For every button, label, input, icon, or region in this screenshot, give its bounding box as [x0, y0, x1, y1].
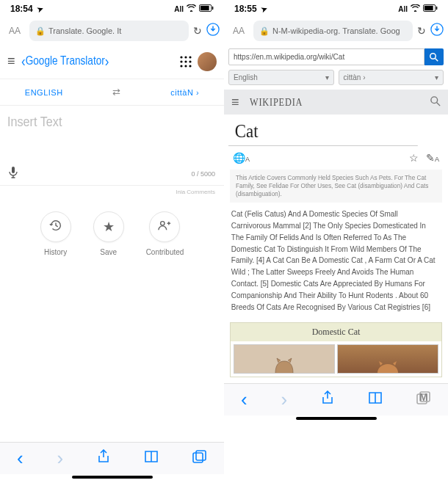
- comments-link[interactable]: Inia Comments: [0, 186, 224, 198]
- svg-rect-2: [212, 7, 214, 10]
- article-tools: 🌐A ☆ ✎A: [224, 149, 448, 167]
- svg-point-11: [184, 65, 187, 67]
- apps-grid-icon[interactable]: [180, 56, 192, 68]
- address-bar: AA 🔒 Translate. Google. It ↻: [0, 18, 224, 44]
- svg-point-12: [189, 65, 191, 67]
- download-button[interactable]: [206, 23, 220, 39]
- battery-icon: [423, 4, 438, 13]
- contributed-label: Contributed: [146, 248, 184, 256]
- translate-url-input[interactable]: https://en.m.wikipedia.org/wiki/Cat: [228, 48, 424, 65]
- status-network-text: All: [174, 5, 184, 13]
- wifi-icon: [187, 4, 196, 13]
- lock-icon: 🔒: [259, 26, 270, 36]
- svg-point-21: [430, 53, 436, 59]
- chevron-down-icon: ▾: [325, 73, 329, 81]
- status-time: 18:54: [10, 4, 33, 14]
- wikipedia-header: ≡ WikipediA: [224, 90, 448, 115]
- home-indicator[interactable]: [296, 417, 377, 420]
- source-lang-button[interactable]: ENGLISH: [25, 88, 63, 97]
- svg-rect-13: [12, 167, 15, 173]
- hatnote: This Article Covers Commonly Held Specie…: [230, 170, 442, 203]
- address-bar: AA 🔒 N-M-wikipedia-org. Translate. Goog …: [224, 18, 448, 44]
- phone-right: 18:55 ➤ All AA 🔒 N-M-wikipedia-org. Tran…: [224, 0, 448, 483]
- article-title: Cat: [228, 115, 418, 146]
- bookmarks-button[interactable]: [368, 391, 383, 408]
- status-network-text: All: [398, 5, 408, 13]
- svg-point-8: [184, 60, 187, 62]
- home-indicator[interactable]: [72, 476, 153, 479]
- status-bar: 18:54 ➤ All: [0, 0, 224, 18]
- bookmarks-button[interactable]: [144, 450, 159, 467]
- save-label: Save: [100, 248, 117, 256]
- char-count: 0 / 5000: [191, 170, 215, 178]
- svg-rect-15: [193, 453, 203, 462]
- history-button[interactable]: History: [40, 211, 71, 256]
- status-bar: 18:55 ➤ All: [224, 0, 448, 18]
- infobox-title: Domestic Cat: [231, 323, 441, 341]
- translate-go-button[interactable]: [424, 48, 444, 65]
- watch-star-icon[interactable]: ☆: [409, 152, 419, 164]
- text-size-button[interactable]: AA: [228, 26, 249, 36]
- infobox-images: [231, 341, 441, 377]
- hamburger-menu-icon[interactable]: ≡: [7, 54, 15, 69]
- refresh-button[interactable]: ↻: [193, 25, 202, 37]
- chevron-down-icon: ▾: [435, 73, 438, 81]
- phone-left: 18:54 ➤ All AA 🔒 Translate. Google. It ↻…: [0, 0, 224, 483]
- target-lang-button[interactable]: cittàN ›: [170, 88, 199, 97]
- hamburger-menu-icon[interactable]: ≡: [231, 95, 239, 110]
- location-icon: ➤: [260, 4, 268, 13]
- translate-icon[interactable]: 🌐A: [233, 152, 250, 164]
- target-lang-select[interactable]: cittàn ›▾: [339, 70, 444, 85]
- status-time: 18:55: [234, 4, 257, 14]
- tabs-button[interactable]: M: [416, 391, 431, 408]
- back-button[interactable]: ‹: [17, 447, 24, 470]
- swap-languages-button[interactable]: ⇄: [112, 87, 121, 98]
- avatar[interactable]: [198, 52, 217, 71]
- history-icon: [49, 219, 62, 236]
- download-button[interactable]: [430, 23, 444, 39]
- wiki-search-button[interactable]: [430, 96, 441, 109]
- url-text: Translate. Google. It: [48, 26, 121, 35]
- cat-image-1[interactable]: [234, 344, 335, 374]
- edit-icon[interactable]: ✎A: [426, 152, 439, 164]
- language-row: ENGLISH ⇄ cittàN ›: [0, 79, 224, 106]
- input-placeholder: Insert Text: [7, 115, 196, 130]
- history-label: History: [44, 248, 67, 256]
- url-text: N-M-wikipedia-org. Translate. Goog: [272, 26, 400, 35]
- people-icon: [158, 219, 171, 236]
- cat-image-2[interactable]: [337, 344, 438, 374]
- share-button[interactable]: [321, 391, 334, 409]
- url-field[interactable]: 🔒 Translate. Google. It: [29, 21, 189, 41]
- lock-icon: 🔒: [35, 26, 46, 36]
- wifi-icon: [411, 4, 420, 13]
- svg-point-6: [189, 56, 191, 58]
- back-button[interactable]: ‹: [241, 388, 248, 411]
- save-button[interactable]: ★ Save: [93, 211, 124, 256]
- svg-point-4: [180, 56, 182, 58]
- tabs-button[interactable]: [192, 450, 207, 467]
- contributed-button[interactable]: Contributed: [146, 211, 184, 256]
- input-toolbar: 0 / 5000: [0, 130, 224, 186]
- svg-point-9: [189, 60, 191, 62]
- share-button[interactable]: [97, 449, 110, 468]
- browser-bottom-nav: ‹ ›: [0, 442, 224, 474]
- svg-rect-19: [436, 7, 438, 10]
- svg-rect-18: [424, 6, 433, 10]
- svg-point-22: [431, 96, 438, 103]
- wikipedia-logo-text[interactable]: WikipediA: [250, 96, 390, 109]
- location-icon: ➤: [36, 4, 44, 13]
- svg-point-10: [180, 65, 182, 67]
- text-input-area[interactable]: Insert Text: [0, 106, 224, 130]
- infobox: Domestic Cat: [230, 322, 442, 377]
- source-lang-select[interactable]: English▾: [228, 70, 334, 85]
- microphone-button[interactable]: [9, 167, 18, 181]
- url-field[interactable]: 🔒 N-M-wikipedia-org. Translate. Goog: [253, 21, 413, 41]
- svg-point-5: [184, 56, 187, 58]
- battery-icon: [199, 4, 214, 13]
- forward-button[interactable]: ›: [57, 447, 64, 470]
- quick-actions: History ★ Save Contributed: [0, 198, 224, 269]
- text-size-button[interactable]: AA: [4, 26, 25, 36]
- refresh-button[interactable]: ↻: [417, 25, 426, 37]
- translate-lang-selects: English▾ cittàn ›▾: [224, 70, 448, 90]
- forward-button[interactable]: ›: [281, 388, 288, 411]
